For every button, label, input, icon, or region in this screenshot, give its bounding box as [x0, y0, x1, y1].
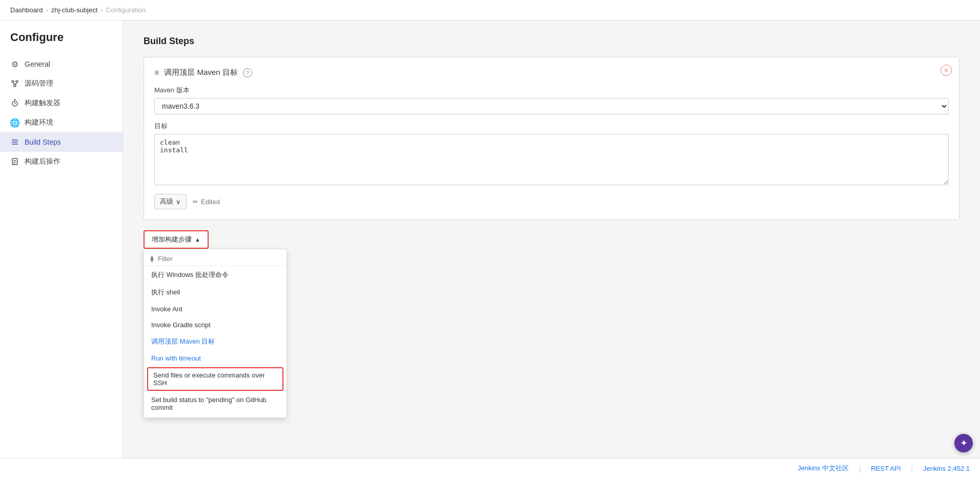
build-step-card: ≡ 调用顶层 Maven 目标 ? × Maven 版本 maven3.6.3 …: [144, 57, 959, 220]
svg-line-3: [13, 83, 15, 85]
breadcrumb-current: Configuration: [106, 6, 146, 14]
add-step-button[interactable]: 增加构建步骤 ▲: [144, 230, 209, 249]
dropdown-item-gradle[interactable]: Invoke Gradle script: [144, 317, 287, 333]
sidebar-item-label: General: [25, 60, 50, 68]
target-textarea[interactable]: clean install: [154, 134, 949, 185]
source-icon: [10, 79, 19, 88]
chat-icon: ✦: [960, 437, 968, 449]
maven-version-label: Maven 版本: [154, 86, 949, 95]
edited-label: ✏ Edited: [193, 198, 220, 206]
svg-point-2: [14, 85, 16, 87]
filter-input[interactable]: [158, 255, 280, 263]
svg-line-4: [15, 83, 17, 85]
sidebar-item-label: 构建环境: [25, 118, 53, 127]
add-step-dropdown-menu: ⧫ 执行 Windows 批处理命令 执行 shell Invoke Ant I…: [144, 249, 287, 418]
svg-point-0: [12, 81, 14, 83]
dropdown-filter: ⧫: [144, 251, 287, 266]
add-step-label: 增加构建步骤: [152, 235, 192, 244]
clipboard-icon: [10, 157, 19, 166]
card-title: 调用顶层 Maven 目标: [164, 68, 237, 77]
sidebar-item-env[interactable]: 🌐 构建环境: [0, 113, 122, 132]
sidebar-item-label: 源码管理: [25, 79, 53, 88]
gear-icon: ⚙: [10, 59, 19, 69]
dropdown-item-shell[interactable]: 执行 shell: [144, 284, 287, 301]
pencil-icon: ✏: [193, 198, 198, 206]
sidebar: Configure ⚙ General 源码管理: [0, 21, 123, 478]
breadcrumb-dashboard[interactable]: Dashboard: [10, 6, 43, 14]
main-content: Build Steps ≡ 调用顶层 Maven 目标 ? × Maven 版本…: [123, 21, 980, 478]
sidebar-item-source[interactable]: 源码管理: [0, 74, 122, 93]
section-title: Build Steps: [144, 36, 959, 47]
dropdown-item-timeout[interactable]: Run with timeout: [144, 350, 287, 366]
layout: Configure ⚙ General 源码管理: [0, 21, 980, 478]
sidebar-item-triggers[interactable]: 构建触发器: [0, 93, 122, 113]
list-icon: [10, 137, 19, 147]
maven-version-select[interactable]: maven3.6.3: [154, 98, 949, 114]
svg-line-7: [15, 104, 16, 104]
dropdown-item-github[interactable]: Set build status to "pending" on GitHub …: [144, 392, 287, 415]
chat-fab[interactable]: ✦: [954, 434, 973, 452]
chevron-down-icon: ∨: [176, 198, 181, 206]
sidebar-item-label: Build Steps: [25, 138, 61, 146]
footer-version: Jenkins 2,452.1: [923, 465, 970, 472]
sidebar-title: Configure: [0, 31, 122, 54]
close-button[interactable]: ×: [941, 65, 952, 76]
sidebar-item-label: 构建触发器: [25, 98, 60, 108]
sidebar-item-post-build[interactable]: 构建后操作: [0, 152, 122, 171]
target-label: 目标: [154, 122, 949, 131]
help-icon[interactable]: ?: [243, 68, 252, 77]
dropdown-item-ant[interactable]: Invoke Ant: [144, 301, 287, 317]
chevron-up-icon: ▲: [195, 236, 200, 243]
dropdown-item-windows[interactable]: 执行 Windows 批处理命令: [144, 266, 287, 284]
clock-icon: [10, 98, 19, 108]
breadcrumb-project[interactable]: zhj-club-subject: [51, 6, 97, 14]
card-header: ≡ 调用顶层 Maven 目标 ?: [154, 68, 949, 77]
breadcrumb: Dashboard › zhj-club-subject › Configura…: [0, 0, 980, 21]
edited-text: Edited: [201, 198, 220, 206]
dropdown-item-maven[interactable]: 调用顶层 Maven 目标: [144, 333, 287, 350]
footer-community-link[interactable]: Jenkins 中文社区: [798, 464, 849, 473]
advanced-button[interactable]: 高级 ∨: [154, 194, 187, 209]
drag-icon: ≡: [154, 68, 159, 77]
footer-api-link[interactable]: REST API: [871, 465, 901, 472]
globe-icon: 🌐: [10, 118, 19, 127]
svg-point-1: [16, 81, 18, 83]
add-step-dropdown-container: 增加构建步骤 ▲ ⧫ 执行 Windows 批处理命令 执行 shell Inv…: [144, 230, 209, 249]
card-footer: 高级 ∨ ✏ Edited: [154, 194, 949, 209]
sidebar-item-general[interactable]: ⚙ General: [0, 54, 122, 74]
filter-icon: ⧫: [150, 254, 154, 263]
sidebar-item-label: 构建后操作: [25, 157, 60, 166]
dropdown-item-ssh[interactable]: Send files or execute commands over SSH: [147, 367, 283, 391]
advanced-label: 高级: [160, 197, 173, 206]
footer: Jenkins 中文社区 | REST API | Jenkins 2,452.…: [0, 458, 980, 478]
sidebar-item-build-steps[interactable]: Build Steps: [0, 132, 122, 152]
